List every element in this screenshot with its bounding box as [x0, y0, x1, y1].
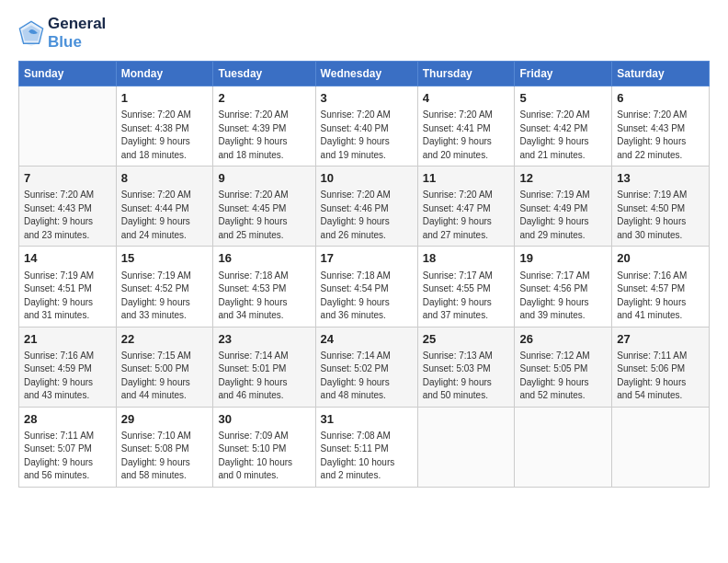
- day-cell: 1Sunrise: 7:20 AM Sunset: 4:38 PM Daylig…: [116, 86, 213, 167]
- day-info: Sunrise: 7:15 AM Sunset: 5:00 PM Dayligh…: [121, 350, 209, 403]
- header-cell-friday: Friday: [515, 62, 612, 86]
- day-cell: 17Sunrise: 7:18 AM Sunset: 4:54 PM Dayli…: [315, 247, 417, 327]
- day-info: Sunrise: 7:19 AM Sunset: 4:49 PM Dayligh…: [519, 189, 607, 242]
- week-row-3: 14Sunrise: 7:19 AM Sunset: 4:51 PM Dayli…: [19, 247, 710, 327]
- day-number: 19: [519, 250, 607, 267]
- day-cell: 16Sunrise: 7:18 AM Sunset: 4:53 PM Dayli…: [213, 247, 315, 327]
- day-info: Sunrise: 7:20 AM Sunset: 4:40 PM Dayligh…: [321, 109, 413, 162]
- day-cell: 7Sunrise: 7:20 AM Sunset: 4:43 PM Daylig…: [19, 167, 117, 247]
- header-cell-tuesday: Tuesday: [213, 62, 315, 86]
- header-cell-monday: Monday: [116, 62, 213, 86]
- day-cell: 14Sunrise: 7:19 AM Sunset: 4:51 PM Dayli…: [19, 247, 117, 327]
- day-cell: 25Sunrise: 7:13 AM Sunset: 5:03 PM Dayli…: [417, 327, 515, 407]
- day-info: Sunrise: 7:09 AM Sunset: 5:10 PM Dayligh…: [218, 430, 310, 483]
- header-row: SundayMondayTuesdayWednesdayThursdayFrid…: [19, 62, 710, 86]
- day-number: 30: [218, 411, 310, 428]
- day-number: 1: [121, 90, 209, 107]
- calendar-table: SundayMondayTuesdayWednesdayThursdayFrid…: [18, 61, 710, 488]
- day-number: 5: [519, 90, 607, 107]
- day-number: 8: [121, 170, 209, 187]
- day-cell: 11Sunrise: 7:20 AM Sunset: 4:47 PM Dayli…: [417, 167, 515, 247]
- day-number: 6: [617, 90, 704, 107]
- day-number: 29: [121, 411, 209, 428]
- header-cell-sunday: Sunday: [19, 62, 117, 86]
- day-cell: 12Sunrise: 7:19 AM Sunset: 4:49 PM Dayli…: [515, 167, 612, 247]
- day-number: 7: [24, 170, 111, 187]
- day-cell: [417, 407, 515, 487]
- day-number: 22: [121, 331, 209, 348]
- day-cell: [19, 86, 117, 167]
- day-info: Sunrise: 7:20 AM Sunset: 4:38 PM Dayligh…: [121, 109, 209, 162]
- day-number: 23: [218, 331, 310, 348]
- day-number: 2: [218, 90, 310, 107]
- day-number: 16: [218, 250, 310, 267]
- day-cell: 23Sunrise: 7:14 AM Sunset: 5:01 PM Dayli…: [213, 327, 315, 407]
- day-info: Sunrise: 7:08 AM Sunset: 5:11 PM Dayligh…: [321, 430, 413, 483]
- day-info: Sunrise: 7:18 AM Sunset: 4:53 PM Dayligh…: [218, 270, 310, 323]
- day-number: 13: [617, 170, 704, 187]
- day-cell: 9Sunrise: 7:20 AM Sunset: 4:45 PM Daylig…: [213, 167, 315, 247]
- day-cell: 2Sunrise: 7:20 AM Sunset: 4:39 PM Daylig…: [213, 86, 315, 167]
- header-cell-saturday: Saturday: [612, 62, 710, 86]
- day-info: Sunrise: 7:19 AM Sunset: 4:51 PM Dayligh…: [24, 270, 111, 323]
- day-info: Sunrise: 7:12 AM Sunset: 5:05 PM Dayligh…: [519, 350, 607, 403]
- week-row-4: 21Sunrise: 7:16 AM Sunset: 4:59 PM Dayli…: [19, 327, 710, 407]
- day-info: Sunrise: 7:20 AM Sunset: 4:42 PM Dayligh…: [519, 109, 607, 162]
- day-cell: [515, 407, 612, 487]
- day-number: 26: [519, 331, 607, 348]
- day-cell: 22Sunrise: 7:15 AM Sunset: 5:00 PM Dayli…: [116, 327, 213, 407]
- day-info: Sunrise: 7:17 AM Sunset: 4:55 PM Dayligh…: [423, 270, 510, 323]
- day-number: 18: [423, 250, 510, 267]
- day-number: 15: [121, 250, 209, 267]
- day-cell: [612, 407, 710, 487]
- day-cell: 20Sunrise: 7:16 AM Sunset: 4:57 PM Dayli…: [612, 247, 710, 327]
- day-number: 14: [24, 250, 111, 267]
- day-info: Sunrise: 7:20 AM Sunset: 4:43 PM Dayligh…: [24, 189, 111, 242]
- day-cell: 18Sunrise: 7:17 AM Sunset: 4:55 PM Dayli…: [417, 247, 515, 327]
- day-number: 20: [617, 250, 704, 267]
- day-info: Sunrise: 7:13 AM Sunset: 5:03 PM Dayligh…: [423, 350, 510, 403]
- day-number: 25: [423, 331, 510, 348]
- day-number: 27: [617, 331, 704, 348]
- day-number: 24: [321, 331, 413, 348]
- day-cell: 27Sunrise: 7:11 AM Sunset: 5:06 PM Dayli…: [612, 327, 710, 407]
- day-info: Sunrise: 7:20 AM Sunset: 4:46 PM Dayligh…: [321, 189, 413, 242]
- header-cell-thursday: Thursday: [417, 62, 515, 86]
- day-cell: 10Sunrise: 7:20 AM Sunset: 4:46 PM Dayli…: [315, 167, 417, 247]
- day-info: Sunrise: 7:20 AM Sunset: 4:39 PM Dayligh…: [218, 109, 310, 162]
- day-info: Sunrise: 7:20 AM Sunset: 4:47 PM Dayligh…: [423, 189, 510, 242]
- day-info: Sunrise: 7:16 AM Sunset: 4:57 PM Dayligh…: [617, 270, 704, 323]
- day-info: Sunrise: 7:20 AM Sunset: 4:43 PM Dayligh…: [617, 109, 704, 162]
- day-info: Sunrise: 7:19 AM Sunset: 4:52 PM Dayligh…: [121, 270, 209, 323]
- day-info: Sunrise: 7:16 AM Sunset: 4:59 PM Dayligh…: [24, 350, 111, 403]
- calendar-body: 1Sunrise: 7:20 AM Sunset: 4:38 PM Daylig…: [19, 86, 710, 488]
- logo-text: General Blue: [48, 15, 106, 52]
- day-info: Sunrise: 7:17 AM Sunset: 4:56 PM Dayligh…: [519, 270, 607, 323]
- day-info: Sunrise: 7:14 AM Sunset: 5:02 PM Dayligh…: [321, 350, 413, 403]
- week-row-5: 28Sunrise: 7:11 AM Sunset: 5:07 PM Dayli…: [19, 407, 710, 487]
- day-cell: 8Sunrise: 7:20 AM Sunset: 4:44 PM Daylig…: [116, 167, 213, 247]
- day-info: Sunrise: 7:10 AM Sunset: 5:08 PM Dayligh…: [121, 430, 209, 483]
- day-number: 12: [519, 170, 607, 187]
- day-number: 21: [24, 331, 111, 348]
- day-info: Sunrise: 7:20 AM Sunset: 4:45 PM Dayligh…: [218, 189, 310, 242]
- day-cell: 15Sunrise: 7:19 AM Sunset: 4:52 PM Dayli…: [116, 247, 213, 327]
- day-number: 11: [423, 170, 510, 187]
- day-cell: 21Sunrise: 7:16 AM Sunset: 4:59 PM Dayli…: [19, 327, 117, 407]
- day-number: 10: [321, 170, 413, 187]
- page-container: General Blue SundayMondayTuesdayWednesda…: [0, 0, 728, 497]
- day-cell: 26Sunrise: 7:12 AM Sunset: 5:05 PM Dayli…: [515, 327, 612, 407]
- day-cell: 19Sunrise: 7:17 AM Sunset: 4:56 PM Dayli…: [515, 247, 612, 327]
- week-row-1: 1Sunrise: 7:20 AM Sunset: 4:38 PM Daylig…: [19, 86, 710, 167]
- day-cell: 31Sunrise: 7:08 AM Sunset: 5:11 PM Dayli…: [315, 407, 417, 487]
- day-info: Sunrise: 7:11 AM Sunset: 5:07 PM Dayligh…: [24, 430, 111, 483]
- day-number: 4: [423, 90, 510, 107]
- day-cell: 13Sunrise: 7:19 AM Sunset: 4:50 PM Dayli…: [612, 167, 710, 247]
- day-number: 17: [321, 250, 413, 267]
- day-info: Sunrise: 7:19 AM Sunset: 4:50 PM Dayligh…: [617, 189, 704, 242]
- day-cell: 4Sunrise: 7:20 AM Sunset: 4:41 PM Daylig…: [417, 86, 515, 167]
- day-number: 31: [321, 411, 413, 428]
- calendar-header: SundayMondayTuesdayWednesdayThursdayFrid…: [19, 62, 710, 86]
- day-cell: 28Sunrise: 7:11 AM Sunset: 5:07 PM Dayli…: [19, 407, 117, 487]
- day-info: Sunrise: 7:20 AM Sunset: 4:41 PM Dayligh…: [423, 109, 510, 162]
